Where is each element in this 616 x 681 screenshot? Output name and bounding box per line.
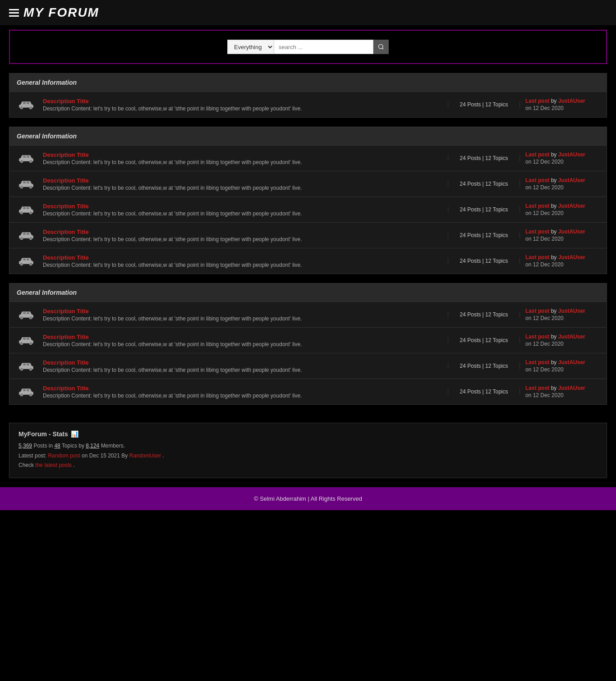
- last-post-user-link[interactable]: JustAUser: [558, 229, 585, 235]
- last-post-by-text: by: [551, 229, 558, 235]
- forum-stats: 24 Posts | 12 Topics: [448, 232, 520, 238]
- last-post-link[interactable]: Last post: [525, 254, 549, 261]
- svg-rect-54: [23, 338, 26, 340]
- category-title-1: General Information: [17, 79, 77, 86]
- forum-last-post: Last post by JustAUser on 12 Dec 2020: [520, 359, 601, 373]
- svg-rect-48: [27, 312, 29, 314]
- last-post-link[interactable]: Last post: [525, 308, 549, 314]
- footer: © Selmi Abderrahim | All Rights Reserved: [0, 487, 616, 510]
- last-post-link[interactable]: Last post: [525, 334, 549, 340]
- svg-point-11: [30, 161, 31, 162]
- stats-latest-date: on Dec 15 2021 By: [82, 452, 129, 459]
- last-post-date: on 12 Dec 2020: [525, 392, 596, 398]
- forum-row: Description TitleDescription Content: le…: [9, 379, 607, 404]
- forum-last-post: Last post by JustAUser on 12 Dec 2020: [520, 177, 601, 191]
- stats-random-post-link[interactable]: Random post: [48, 452, 80, 459]
- stats-topics-count[interactable]: 48: [54, 443, 60, 449]
- forum-title[interactable]: Description Title: [43, 177, 89, 184]
- stats-members-count[interactable]: 8,124: [86, 443, 99, 449]
- stats-text1: Posts in: [33, 443, 54, 449]
- forum-info: Description TitleDescription Content: le…: [37, 98, 448, 112]
- svg-point-25: [30, 212, 31, 213]
- category-header-1: General Information: [9, 73, 607, 91]
- search-category-select[interactable]: Everything Posts Topics Members: [227, 40, 274, 54]
- last-post-link[interactable]: Last post: [525, 229, 549, 235]
- stats-latest-posts-link[interactable]: the latest posts: [35, 462, 72, 468]
- svg-rect-68: [23, 389, 26, 391]
- forum-description: Description Content: let's try to be coo…: [43, 236, 442, 242]
- last-post-link[interactable]: Last post: [525, 385, 549, 391]
- svg-rect-26: [23, 207, 26, 209]
- last-post-user-link[interactable]: JustAUser: [558, 203, 585, 209]
- forum-title[interactable]: Description Title: [43, 308, 89, 315]
- forum-title[interactable]: Description Title: [43, 203, 89, 210]
- forum-car-icon: [15, 358, 37, 374]
- stats-posts-count[interactable]: 5,369: [18, 443, 32, 449]
- stats-text3: Members.: [101, 443, 125, 449]
- search-input[interactable]: [274, 40, 373, 54]
- last-post-user-link[interactable]: JustAUser: [558, 98, 585, 104]
- category-section-1: General Information Description TitleDes…: [9, 73, 607, 118]
- svg-rect-6: [27, 102, 29, 104]
- forum-title[interactable]: Description Title: [43, 229, 89, 235]
- stats-body: 5,369 Posts in 48 Topics by 8,124 Member…: [18, 441, 598, 471]
- last-post-date: on 12 Dec 2020: [525, 341, 596, 347]
- last-post-link[interactable]: Last post: [525, 359, 549, 366]
- stats-period: .: [163, 452, 164, 459]
- last-post-user-link[interactable]: JustAUser: [558, 385, 585, 391]
- last-post-by-text: by: [551, 254, 558, 261]
- last-post-link[interactable]: Last post: [525, 98, 549, 104]
- stats-section: MyForum - Stats 📊 5,369 Posts in 48 Topi…: [9, 423, 607, 478]
- site-logo[interactable]: MY FORUM: [23, 5, 99, 20]
- svg-rect-19: [23, 181, 26, 183]
- forum-title[interactable]: Description Title: [43, 151, 89, 158]
- forum-title[interactable]: Description Title: [43, 98, 89, 105]
- forum-row: Description TitleDescription Content: le…: [9, 353, 607, 379]
- hamburger-icon[interactable]: [9, 9, 19, 17]
- forum-description: Description Content: let's try to be coo…: [43, 315, 442, 322]
- last-post-date: on 12 Dec 2020: [525, 261, 596, 268]
- last-post-user-link[interactable]: JustAUser: [558, 334, 585, 340]
- category-title-3: General Information: [17, 289, 77, 296]
- stats-random-user-link[interactable]: RandomUser: [129, 452, 161, 459]
- svg-rect-47: [23, 312, 26, 314]
- svg-rect-41: [27, 258, 29, 261]
- svg-point-32: [30, 238, 31, 239]
- last-post-user-link[interactable]: JustAUser: [558, 254, 585, 261]
- last-post-link[interactable]: Last post: [525, 177, 549, 183]
- last-post-link[interactable]: Last post: [525, 151, 549, 158]
- svg-point-46: [30, 317, 31, 318]
- last-post-user-link[interactable]: JustAUser: [558, 308, 585, 314]
- svg-point-23: [21, 212, 22, 213]
- search-section: Everything Posts Topics Members: [9, 30, 607, 64]
- forum-title[interactable]: Description Title: [43, 334, 89, 340]
- svg-point-18: [30, 187, 31, 187]
- svg-point-9: [21, 161, 22, 162]
- last-post-by-text: by: [551, 359, 558, 366]
- forum-stats: 24 Posts | 12 Topics: [448, 181, 520, 187]
- svg-rect-40: [23, 258, 26, 261]
- forum-description: Description Content: let's try to be coo…: [43, 341, 442, 347]
- last-post-user-link[interactable]: JustAUser: [558, 177, 585, 183]
- forum-row: Description TitleDescription Content: le…: [9, 171, 607, 197]
- category-header-3: General Information: [9, 283, 607, 302]
- forum-title[interactable]: Description Title: [43, 254, 89, 261]
- forum-car-icon: [15, 332, 37, 348]
- svg-rect-33: [23, 233, 26, 235]
- search-button[interactable]: [373, 40, 389, 54]
- forum-row: Description TitleDescription Content: le…: [9, 197, 607, 222]
- last-post-user-link[interactable]: JustAUser: [558, 151, 585, 158]
- forum-row: Description TitleDescription Content: le…: [9, 222, 607, 248]
- forum-title[interactable]: Description Title: [43, 385, 89, 392]
- svg-rect-13: [27, 155, 29, 158]
- last-post-date: on 12 Dec 2020: [525, 366, 596, 373]
- forum-row: Description TitleDescription Content: le…: [9, 91, 607, 117]
- logo-container: MY FORUM: [9, 5, 99, 20]
- svg-point-37: [21, 264, 22, 265]
- stats-check-suffix: .: [73, 462, 74, 468]
- last-post-by-text: by: [551, 177, 558, 183]
- forum-title[interactable]: Description Title: [43, 359, 89, 366]
- last-post-by-text: by: [551, 151, 558, 158]
- last-post-user-link[interactable]: JustAUser: [558, 359, 585, 366]
- last-post-link[interactable]: Last post: [525, 203, 549, 209]
